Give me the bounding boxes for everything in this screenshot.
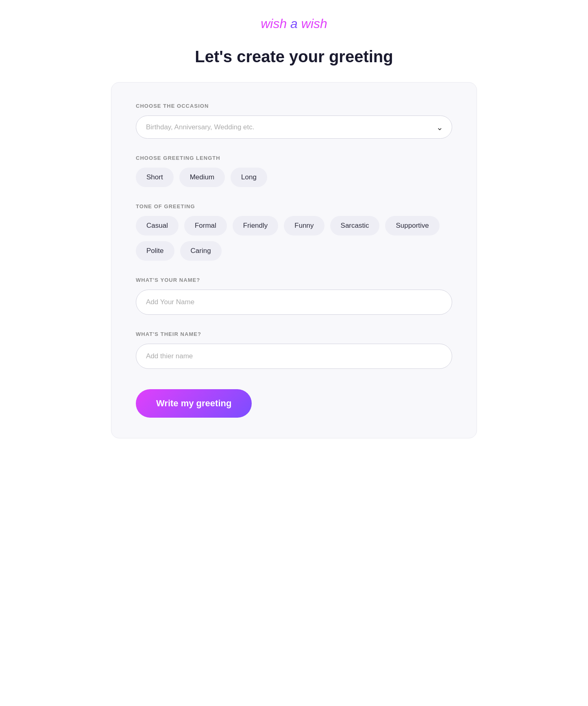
occasion-dropdown-wrapper: Birthday, Anniversary, Wedding etc. Birt… <box>136 115 452 139</box>
main-card: CHOOSE THE OCCASION Birthday, Anniversar… <box>111 82 477 438</box>
your-name-input[interactable] <box>136 290 452 315</box>
tone-chip[interactable]: Formal <box>184 216 227 235</box>
write-greeting-button[interactable]: Write my greeting <box>136 389 252 418</box>
length-chip[interactable]: Long <box>231 168 267 187</box>
your-name-label: WHAT'S YOUR NAME? <box>136 277 452 283</box>
tone-chip[interactable]: Supportive <box>385 216 439 235</box>
occasion-section: CHOOSE THE OCCASION Birthday, Anniversar… <box>136 103 452 139</box>
page-title: Let's create your greeting <box>195 48 393 66</box>
length-label: CHOOSE GREETING LENGTH <box>136 155 452 161</box>
logo-a-text: a <box>290 16 298 31</box>
tone-chip[interactable]: Sarcastic <box>330 216 380 235</box>
length-chip[interactable]: Medium <box>179 168 225 187</box>
their-name-label: WHAT'S THEIR NAME? <box>136 331 452 337</box>
their-name-input[interactable] <box>136 344 452 369</box>
occasion-select[interactable]: Birthday, Anniversary, Wedding etc. Birt… <box>136 115 452 139</box>
app-logo: wish a wish <box>261 16 327 31</box>
logo-wish1: wish <box>261 16 287 31</box>
tone-label: TONE OF GREETING <box>136 203 452 209</box>
length-section: CHOOSE GREETING LENGTH ShortMediumLong <box>136 155 452 187</box>
tone-section: TONE OF GREETING CasualFormalFriendlyFun… <box>136 203 452 261</box>
tone-chip[interactable]: Polite <box>136 241 174 261</box>
occasion-label: CHOOSE THE OCCASION <box>136 103 452 109</box>
length-chip[interactable]: Short <box>136 168 174 187</box>
tone-chip[interactable]: Friendly <box>233 216 278 235</box>
your-name-section: WHAT'S YOUR NAME? <box>136 277 452 315</box>
tone-chip[interactable]: Funny <box>284 216 324 235</box>
their-name-section: WHAT'S THEIR NAME? <box>136 331 452 369</box>
tone-chip[interactable]: Casual <box>136 216 179 235</box>
tone-chip[interactable]: Caring <box>180 241 222 261</box>
tone-chip-group: CasualFormalFriendlyFunnySarcasticSuppor… <box>136 216 452 261</box>
logo-wish2: wish <box>301 16 327 31</box>
length-chip-group: ShortMediumLong <box>136 168 452 187</box>
